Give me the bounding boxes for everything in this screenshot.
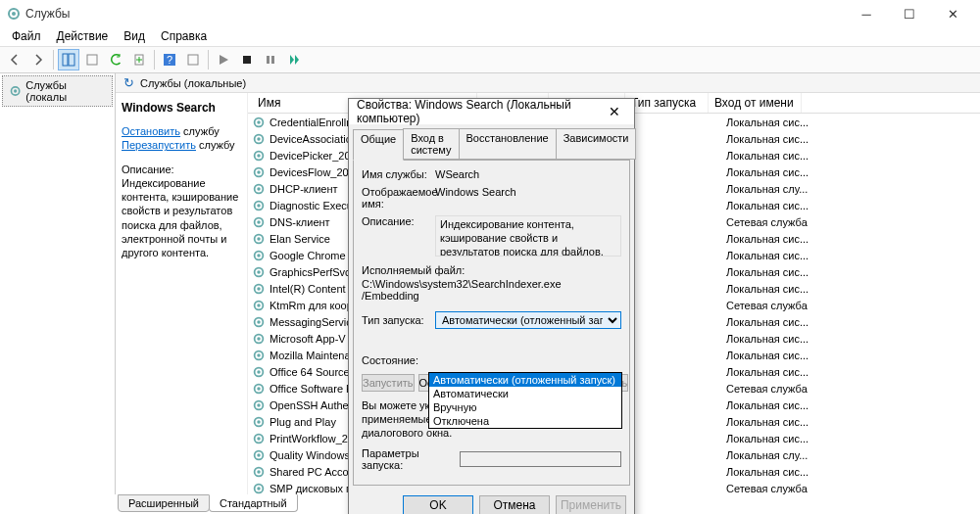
menubar: Файл Действие Вид Справка bbox=[0, 27, 980, 46]
tab-deps[interactable]: Зависимости bbox=[556, 128, 637, 160]
reload-icon[interactable]: ↻ bbox=[123, 75, 134, 90]
params-input[interactable] bbox=[460, 451, 621, 467]
minimize-button[interactable]: ─ bbox=[845, 0, 888, 27]
detail-panel: Windows Search Остановить службу Перезап… bbox=[116, 73, 248, 494]
svg-point-49 bbox=[257, 403, 261, 407]
tab-logon[interactable]: Вход в систему bbox=[403, 128, 459, 160]
center-header: ↻ Службы (локальные) bbox=[116, 73, 980, 93]
center-header-label: Службы (локальные) bbox=[140, 77, 246, 89]
svg-point-35 bbox=[257, 287, 261, 291]
svg-rect-10 bbox=[267, 56, 270, 64]
maximize-button[interactable]: ☐ bbox=[888, 0, 931, 27]
gear-icon bbox=[252, 215, 266, 229]
menu-help[interactable]: Справка bbox=[153, 27, 215, 46]
params-label: Параметры запуска: bbox=[362, 447, 460, 471]
svg-point-29 bbox=[257, 237, 261, 241]
apply-button[interactable]: Применить bbox=[556, 495, 626, 514]
disp-name-value: Windows Search bbox=[435, 186, 621, 198]
gear-icon bbox=[252, 465, 266, 479]
dropdown-option[interactable]: Автоматически (отложенный запуск) bbox=[429, 373, 621, 387]
nav-fwd-button[interactable] bbox=[27, 49, 49, 70]
gear-icon bbox=[252, 349, 266, 362]
gear-icon bbox=[252, 149, 266, 163]
col-logon[interactable]: Вход от имени bbox=[709, 93, 802, 113]
ok-button[interactable]: OK bbox=[403, 495, 473, 514]
show-tree-button[interactable] bbox=[58, 49, 79, 70]
cancel-button[interactable]: Отмена bbox=[479, 495, 550, 514]
gear-icon bbox=[252, 282, 266, 296]
pause-button[interactable] bbox=[260, 49, 281, 70]
detail-desc-label: Описание: bbox=[122, 164, 174, 175]
menu-action[interactable]: Действие bbox=[49, 27, 117, 46]
exe-value: C:\Windows\system32\SearchIndexer.exe /E… bbox=[362, 278, 621, 302]
svg-rect-2 bbox=[63, 54, 68, 66]
start-type-dropdown[interactable]: Автоматически (отложенный запуск)Автомат… bbox=[428, 372, 622, 429]
tree-root[interactable]: Службы (локалы bbox=[2, 75, 113, 107]
svg-rect-8 bbox=[188, 55, 198, 65]
restart-link[interactable]: Перезапустить bbox=[122, 139, 196, 151]
tree-root-label: Службы (локалы bbox=[25, 79, 106, 103]
tab-extended[interactable]: Расширенный bbox=[118, 494, 210, 512]
help2-button[interactable] bbox=[182, 49, 204, 70]
svg-point-53 bbox=[257, 437, 261, 441]
dropdown-option[interactable]: Отключена bbox=[429, 414, 621, 428]
svg-point-43 bbox=[257, 353, 261, 357]
svg-rect-3 bbox=[69, 54, 74, 66]
dialog-title: Свойства: Windows Search (Локальный комп… bbox=[357, 98, 603, 125]
gear-icon bbox=[252, 315, 266, 329]
window-title: Службы bbox=[25, 7, 70, 21]
start-button[interactable] bbox=[213, 49, 234, 70]
col-start[interactable]: Тип запуска bbox=[625, 93, 709, 113]
gear-icon bbox=[252, 432, 266, 445]
refresh-button[interactable] bbox=[105, 49, 126, 70]
tab-standard[interactable]: Стандартный bbox=[209, 494, 298, 512]
properties-button[interactable] bbox=[81, 49, 103, 70]
gear-icon bbox=[252, 116, 266, 129]
svg-point-1 bbox=[12, 12, 16, 16]
desc-value: Индексирование контента, кэширование сво… bbox=[435, 215, 621, 257]
dropdown-option[interactable]: Автоматически bbox=[429, 387, 621, 400]
disp-name-label: Отображаемое имя: bbox=[362, 186, 435, 210]
svg-rect-11 bbox=[271, 56, 274, 64]
export-button[interactable] bbox=[128, 49, 150, 70]
dialog-titlebar[interactable]: Свойства: Windows Search (Локальный комп… bbox=[349, 99, 634, 124]
detail-service-name: Windows Search bbox=[122, 101, 216, 115]
svg-point-51 bbox=[257, 420, 261, 424]
gear-icon bbox=[252, 415, 266, 429]
gear-icon bbox=[252, 232, 266, 246]
toolbar: ? bbox=[0, 46, 980, 73]
services-icon bbox=[6, 6, 22, 22]
svg-point-47 bbox=[257, 387, 261, 391]
restart-button[interactable] bbox=[283, 49, 305, 70]
start-type-select[interactable]: Автоматически (отложенный запуск) bbox=[435, 311, 621, 329]
svg-point-45 bbox=[257, 370, 261, 374]
status-label: Состояние: bbox=[362, 354, 435, 366]
svc-name-value: WSearch bbox=[435, 168, 621, 180]
help-button[interactable]: ? bbox=[159, 49, 180, 70]
menu-file[interactable]: Файл bbox=[4, 27, 49, 46]
svg-point-39 bbox=[257, 320, 261, 324]
tab-general[interactable]: Общие bbox=[353, 129, 404, 161]
btn-start[interactable]: Запустить bbox=[362, 374, 415, 392]
svg-point-25 bbox=[257, 204, 261, 208]
svg-point-55 bbox=[257, 453, 261, 457]
gear-icon bbox=[252, 182, 266, 196]
stop-link[interactable]: Остановить bbox=[122, 125, 180, 137]
gear-icon bbox=[252, 365, 266, 379]
tab-recovery[interactable]: Восстановление bbox=[459, 128, 557, 160]
svg-point-57 bbox=[257, 470, 261, 474]
gear-icon bbox=[252, 249, 266, 262]
gear-icon bbox=[252, 165, 266, 179]
nav-back-button[interactable] bbox=[4, 49, 25, 70]
dropdown-option[interactable]: Вручную bbox=[429, 400, 621, 414]
svg-point-41 bbox=[257, 337, 261, 341]
gear-icon bbox=[252, 482, 266, 495]
gear-icon bbox=[252, 199, 266, 212]
menu-view[interactable]: Вид bbox=[116, 27, 153, 46]
stop-button[interactable] bbox=[236, 49, 258, 70]
svc-name-label: Имя службы: bbox=[362, 168, 435, 180]
close-button[interactable]: ✕ bbox=[931, 0, 974, 27]
start-type-label: Тип запуска: bbox=[362, 314, 435, 326]
dialog-close-button[interactable]: ✕ bbox=[603, 104, 626, 119]
view-tabs: Расширенный Стандартный bbox=[118, 494, 297, 512]
